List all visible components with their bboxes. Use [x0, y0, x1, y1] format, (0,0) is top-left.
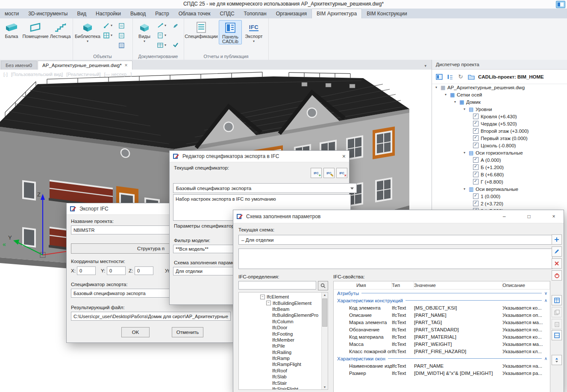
column-header[interactable]: Значение: [414, 281, 502, 289]
property-row[interactable]: Обозначение IfcText [PART_STANDARD] Указ…: [334, 326, 550, 333]
expand-caret-icon[interactable]: ▾: [445, 93, 450, 97]
objects-tool-5-button[interactable]: [118, 41, 125, 49]
property-row[interactable]: Наименование изд... IfcText PART_NAME Ук…: [334, 362, 550, 369]
tree-node[interactable]: ▾ Домик: [432, 98, 567, 105]
viewport-control[interactable]: [-]: [3, 72, 8, 77]
tree-scrollbar[interactable]: ▲ ▼: [321, 293, 328, 389]
close-tab-icon[interactable]: ×: [125, 63, 128, 67]
property-row[interactable]: Код элемента IfcText [MS_OBJECT_KSI] Ука…: [334, 304, 550, 311]
ribbon-tab[interactable]: BIM Архитектура: [311, 9, 362, 18]
ifc-tree-leaf[interactable]: IfcSlab: [239, 374, 328, 380]
ifc-tree-leaf[interactable]: IfcFooting: [239, 331, 328, 336]
doc-tool-3-button[interactable]: ▾: [156, 41, 167, 49]
expand-caret-icon[interactable]: ▾: [464, 107, 469, 111]
property-row[interactable]: Класс пожарной оп... IfcText [PART_FIRE_…: [334, 348, 550, 355]
paste-rows-button[interactable]: [552, 319, 562, 329]
ribbon-tab[interactable]: Топоплан: [239, 9, 271, 18]
ifc-tree-leaf[interactable]: IfcColumn: [239, 319, 328, 325]
section-caret-icon[interactable]: [544, 291, 547, 295]
viewport-control[interactable]: [Реалистичный]: [66, 72, 100, 77]
column-header[interactable]: Имя: [334, 281, 392, 289]
minimize-icon[interactable]: –: [498, 212, 511, 221]
tree-leaf[interactable]: В (+6.680): [432, 171, 567, 178]
x-input[interactable]: [77, 266, 96, 275]
new-specifier-button[interactable]: IFC+: [311, 168, 322, 178]
viewport-control[interactable]: [— несохр...]: [104, 72, 132, 77]
cadlib-model-icon[interactable]: [435, 73, 443, 81]
property-section-row[interactable]: Характеристики окон: [334, 355, 550, 362]
tree-leaf[interactable]: Цоколь (-0.800): [432, 142, 567, 149]
expand-caret-icon[interactable]: ▾: [435, 85, 441, 89]
doc-tool-check-button[interactable]: [172, 41, 179, 49]
delete-row-button[interactable]: [552, 258, 562, 269]
ifc-tree-leaf[interactable]: IfcDoor: [239, 325, 328, 331]
document-tab[interactable]: Без имени0: [1, 61, 37, 70]
ribbon-tab[interactable]: Растр: [150, 9, 173, 18]
beam-button[interactable]: Балка: [1, 20, 22, 39]
tree-leaf[interactable]: Чердак (+5.920): [432, 120, 567, 127]
ifc-search-input[interactable]: [238, 281, 316, 290]
reorder-button[interactable]: [552, 355, 562, 365]
ifc-tree-leaf[interactable]: IfcMember: [239, 337, 328, 343]
objects-tool-1-button[interactable]: ▾: [103, 22, 113, 29]
ribbon-tab[interactable]: Вывод: [126, 9, 150, 18]
close-icon[interactable]: ×: [547, 212, 560, 221]
visibility-checkbox[interactable]: [473, 121, 479, 126]
current-schema-combobox[interactable]: – Для отделки: [238, 235, 558, 245]
visibility-checkbox[interactable]: [473, 114, 479, 119]
ifc-tree-branch[interactable]: − IfcElement: [239, 294, 328, 300]
enable-row-button[interactable]: [552, 270, 562, 281]
visibility-checkbox[interactable]: [473, 201, 479, 206]
z-input[interactable]: [135, 266, 153, 275]
visibility-checkbox[interactable]: [473, 143, 479, 148]
visibility-checkbox[interactable]: [473, 157, 479, 163]
ifc-tree-leaf[interactable]: IfcStairFlight: [239, 386, 328, 390]
room-button[interactable]: Помещение: [23, 20, 48, 39]
column-header[interactable]: Описание: [502, 281, 550, 289]
ribbon-tab[interactable]: Вид: [72, 9, 91, 18]
ribbon-tab[interactable]: 3D-инструменты: [24, 9, 72, 18]
tree-leaf[interactable]: Первый этаж (0.000): [432, 135, 567, 142]
objects-tool-3-button[interactable]: [118, 22, 125, 29]
objects-tool-4-button[interactable]: [118, 32, 125, 39]
visibility-checkbox[interactable]: [473, 135, 479, 141]
add-row-button[interactable]: [552, 234, 562, 245]
ribbon-tab[interactable]: мости: [0, 9, 24, 18]
cancel-button[interactable]: Отменить: [172, 327, 203, 337]
property-row[interactable]: Масса IfcText [PART_WEIGHT] Указывается …: [334, 340, 550, 348]
tree-leaf[interactable]: А (0.000): [432, 156, 567, 164]
stairs-button[interactable]: Лестница: [49, 20, 71, 39]
scroll-down-icon[interactable]: ▼: [322, 386, 328, 389]
table-load-button[interactable]: [552, 295, 562, 305]
section-caret-icon[interactable]: [544, 298, 547, 303]
collapse-box-icon[interactable]: −: [260, 295, 265, 299]
specifications-button[interactable]: Спецификации: [185, 20, 217, 39]
doc-tool-4-button[interactable]: [172, 22, 179, 29]
tree-leaf[interactable]: Кровля (+6.430): [432, 113, 567, 120]
edit-specifier-button[interactable]: IFC✎: [323, 168, 335, 178]
panel-toggle-icon[interactable]: [556, 1, 565, 8]
maximize-icon[interactable]: □: [523, 212, 535, 221]
expand-caret-icon[interactable]: ▾: [464, 187, 469, 191]
visibility-checkbox[interactable]: [473, 193, 479, 199]
document-tab-active[interactable]: AP_Архитектурные_решения.dwg* ×: [38, 61, 132, 70]
visibility-checkbox[interactable]: [473, 172, 479, 177]
ok-button[interactable]: OK: [121, 327, 150, 337]
ifc-tree-leaf[interactable]: IfcPile: [239, 343, 328, 349]
doc-tool-1-button[interactable]: ▾: [156, 22, 167, 29]
tree-leaf[interactable]: Г (+8.800): [432, 178, 567, 185]
property-row[interactable]: Марка элемента IfcText [PART_TAG] Указыв…: [334, 319, 550, 326]
visibility-checkbox[interactable]: [473, 179, 479, 184]
property-section-row[interactable]: Атрибуты: [334, 290, 550, 297]
collapse-box-icon[interactable]: −: [266, 301, 271, 305]
ribbon-tab[interactable]: Облака точек: [174, 9, 215, 18]
tree-node[interactable]: ▾ Уровни: [432, 105, 567, 113]
dialog-titlebar[interactable]: Схема заполнения параметров – □ ×: [233, 210, 564, 223]
table-save-button[interactable]: [552, 330, 562, 340]
ifc-tree-leaf[interactable]: IfcRoof: [239, 368, 328, 374]
scrollbar-thumb[interactable]: [322, 298, 327, 327]
doc-tool-2-button[interactable]: ▾: [156, 32, 167, 39]
ribbon-tab[interactable]: СПДС: [215, 9, 239, 18]
tree-node[interactable]: ▾ AP_Архитектурные_решения.dwg: [432, 84, 567, 91]
ifc-tree-leaf[interactable]: IfcBuildingElementPro: [239, 312, 328, 318]
